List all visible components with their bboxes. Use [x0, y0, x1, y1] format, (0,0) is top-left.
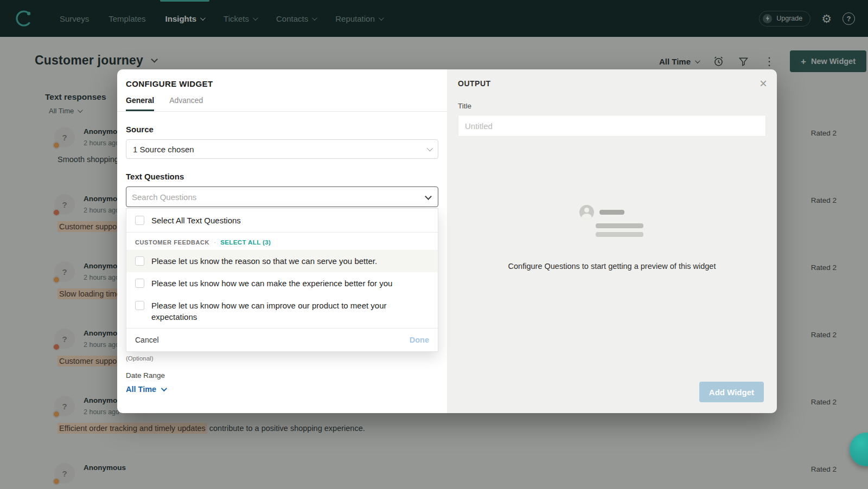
tab-general[interactable]: General — [126, 96, 154, 111]
checkbox[interactable] — [135, 256, 144, 266]
questions-search-input[interactable] — [126, 186, 438, 207]
placeholder-bar — [596, 223, 643, 228]
app: Surveys Templates Insights Tickets Conta… — [0, 0, 868, 489]
close-icon[interactable]: × — [760, 77, 767, 90]
source-select[interactable]: 1 Source chosen — [126, 139, 438, 159]
select-all-label: Select All Text Questions — [151, 216, 241, 225]
tab-advanced[interactable]: Advanced — [169, 96, 203, 111]
output-panel: OUTPUT × Title Configure Questions to st… — [447, 69, 777, 413]
configure-panel: CONFIGURE WIDGET General Advanced Source… — [117, 69, 447, 413]
empty-preview-illustration — [579, 205, 644, 237]
checkbox[interactable] — [135, 216, 144, 225]
widget-title-label: Title — [458, 102, 766, 110]
done-button[interactable]: Done — [410, 336, 429, 344]
select-all-questions-option[interactable]: Select All Text Questions — [126, 209, 438, 233]
modal-title: CONFIGURE WIDGET — [126, 79, 438, 88]
question-option[interactable]: Please let us know the reason so that we… — [126, 250, 438, 272]
chevron-down-icon — [427, 145, 433, 151]
empty-preview-message: Configure Questions to start getting a p… — [458, 262, 766, 271]
date-range-dropdown[interactable]: All Time — [126, 385, 438, 394]
modal-tabs: General Advanced — [117, 96, 447, 112]
widget-title-input[interactable] — [458, 115, 766, 137]
question-option-label: Please let us know how we can improve ou… — [151, 300, 411, 323]
group-label: CUSTOMER FEEDBACK — [135, 239, 209, 246]
output-title: OUTPUT — [458, 79, 766, 88]
filters-optional-label: (Optional) — [126, 355, 438, 362]
person-icon — [579, 205, 594, 220]
dropdown-footer: Cancel Done — [126, 328, 438, 351]
question-option-label: Please let us know the reason so that we… — [151, 255, 377, 267]
text-questions-label: Text Questions — [126, 172, 438, 181]
placeholder-bar — [596, 232, 643, 237]
placeholder-bar — [599, 210, 624, 215]
question-option[interactable]: Please let us know how we can make the e… — [126, 272, 438, 294]
configure-widget-modal: CONFIGURE WIDGET General Advanced Source… — [117, 69, 777, 413]
chevron-down-icon — [161, 385, 167, 391]
select-all-group-link[interactable]: SELECT ALL (3) — [220, 239, 271, 246]
source-label: Source — [126, 125, 438, 134]
checkbox[interactable] — [135, 301, 144, 310]
date-range-label: Date Range — [126, 371, 438, 379]
add-widget-button[interactable]: Add Widget — [699, 382, 764, 402]
dot-separator: · — [214, 239, 216, 246]
question-group-header: CUSTOMER FEEDBACK · SELECT ALL (3) — [126, 233, 438, 250]
checkbox[interactable] — [135, 279, 144, 288]
questions-search-wrap: Select All Text Questions CUSTOMER FEEDB… — [126, 186, 438, 207]
question-option-label: Please let us know how we can make the e… — [151, 278, 392, 289]
question-option[interactable]: Please let us know how we can improve ou… — [126, 294, 438, 328]
cancel-button[interactable]: Cancel — [135, 336, 159, 344]
source-value: 1 Source chosen — [133, 145, 194, 154]
date-range-value: All Time — [126, 385, 156, 394]
questions-dropdown: Select All Text Questions CUSTOMER FEEDB… — [126, 208, 438, 352]
